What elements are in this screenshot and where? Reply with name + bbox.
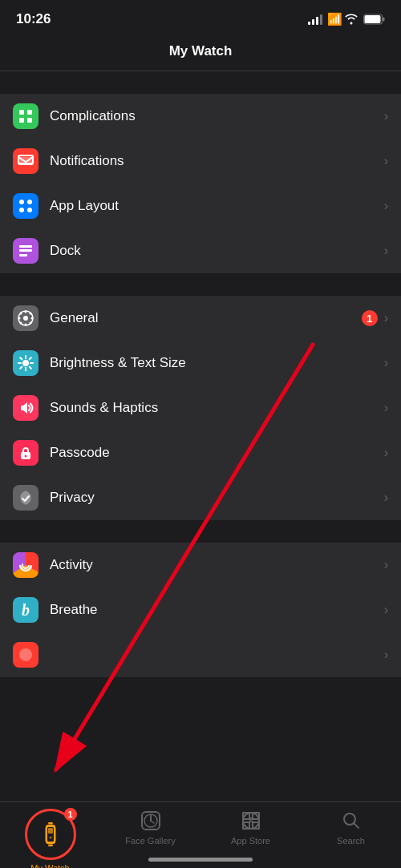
tab-app-store[interactable]: A App Store bbox=[200, 809, 301, 846]
face-gallery-icon bbox=[139, 809, 163, 833]
chevron-icon: › bbox=[384, 356, 388, 370]
svg-rect-1 bbox=[365, 15, 381, 23]
tab-face-gallery[interactable]: Face Gallery bbox=[100, 809, 200, 846]
svg-rect-4 bbox=[27, 110, 32, 115]
list-item[interactable]: App Layout › bbox=[0, 184, 401, 228]
svg-rect-6 bbox=[27, 118, 32, 123]
list-item[interactable]: Privacy › bbox=[0, 475, 401, 520]
list-item[interactable]: › bbox=[0, 632, 401, 677]
svg-line-59 bbox=[354, 824, 358, 829]
chevron-icon: › bbox=[384, 401, 388, 415]
sounds-icon bbox=[13, 395, 38, 421]
svg-point-19 bbox=[25, 311, 27, 313]
section-1: Complications › Notifications › bbox=[0, 94, 401, 273]
svg-point-25 bbox=[30, 313, 32, 315]
svg-rect-3 bbox=[19, 110, 24, 115]
notifications-icon bbox=[13, 148, 38, 174]
section-2: General 1 › Brightness & Text Size bbox=[0, 296, 401, 520]
scroll-content: Complications › Notifications › bbox=[0, 71, 401, 805]
general-label: General bbox=[50, 310, 362, 326]
general-icon bbox=[13, 305, 38, 331]
brightness-label: Brightness & Text Size bbox=[50, 355, 384, 371]
extra-icon bbox=[13, 642, 38, 668]
svg-line-34 bbox=[30, 357, 31, 359]
chevron-icon: › bbox=[384, 199, 388, 213]
signal-icon bbox=[308, 14, 322, 25]
tab-search-label: Search bbox=[337, 836, 365, 846]
list-item[interactable]: b Breathe › bbox=[0, 587, 401, 632]
app-layout-label: App Layout bbox=[50, 198, 384, 214]
list-item[interactable]: Complications › bbox=[0, 94, 401, 139]
chevron-icon: › bbox=[384, 154, 388, 168]
activity-label: Activity bbox=[50, 557, 384, 573]
status-icons: 📶 bbox=[308, 12, 385, 26]
general-badge: 1 bbox=[362, 310, 378, 326]
svg-point-12 bbox=[19, 208, 24, 212]
tab-my-watch[interactable]: 1 My Watch bbox=[0, 809, 100, 868]
home-indicator bbox=[148, 858, 253, 862]
chevron-icon: › bbox=[384, 558, 388, 572]
svg-rect-16 bbox=[19, 254, 27, 256]
svg-line-33 bbox=[30, 367, 31, 369]
wifi-icon: 📶 bbox=[327, 12, 342, 26]
privacy-icon bbox=[13, 485, 38, 511]
svg-point-23 bbox=[20, 313, 22, 315]
search-icon bbox=[339, 809, 363, 833]
chevron-icon: › bbox=[384, 603, 388, 617]
svg-line-35 bbox=[20, 367, 22, 369]
status-time: 10:26 bbox=[16, 11, 51, 27]
svg-point-22 bbox=[31, 317, 34, 320]
breathe-icon: b bbox=[13, 597, 38, 623]
activity-icon bbox=[13, 552, 38, 578]
tab-my-watch-label: My Watch bbox=[30, 863, 70, 868]
svg-point-21 bbox=[18, 317, 21, 320]
dock-icon bbox=[13, 238, 38, 264]
svg-marker-36 bbox=[21, 402, 27, 414]
svg-point-50 bbox=[49, 837, 51, 839]
svg-point-13 bbox=[27, 208, 32, 212]
notifications-label: Notifications bbox=[50, 153, 384, 169]
list-item[interactable]: Activity › bbox=[0, 543, 401, 587]
list-item[interactable]: Sounds & Haptics › bbox=[0, 386, 401, 430]
chevron-icon: › bbox=[384, 244, 388, 258]
wifi-icon bbox=[344, 14, 358, 25]
svg-point-38 bbox=[25, 455, 27, 458]
list-item[interactable]: Dock › bbox=[0, 228, 401, 273]
brightness-icon bbox=[13, 350, 38, 376]
battery-icon bbox=[363, 14, 385, 25]
app-store-icon: A bbox=[239, 809, 263, 833]
breathe-label: Breathe bbox=[50, 602, 384, 618]
tab-badge: 1 bbox=[64, 808, 77, 821]
svg-text:A: A bbox=[248, 817, 253, 826]
svg-point-40 bbox=[22, 562, 29, 568]
status-bar: 10:26 📶 bbox=[0, 0, 401, 35]
complications-icon bbox=[13, 103, 38, 129]
chevron-icon: › bbox=[384, 109, 388, 123]
section-gap-top bbox=[0, 71, 401, 94]
svg-point-18 bbox=[23, 316, 28, 321]
app-layout-icon bbox=[13, 193, 38, 219]
section-gap-2 bbox=[0, 273, 401, 296]
dock-label: Dock bbox=[50, 243, 384, 259]
svg-point-20 bbox=[25, 324, 27, 326]
svg-line-32 bbox=[20, 357, 22, 359]
tab-search[interactable]: Search bbox=[301, 809, 401, 846]
section-3: Activity › b Breathe › › bbox=[0, 543, 401, 677]
chevron-icon: › bbox=[384, 311, 388, 325]
svg-rect-15 bbox=[19, 249, 32, 252]
svg-point-10 bbox=[19, 200, 24, 204]
list-item[interactable]: Passcode › bbox=[0, 430, 401, 475]
passcode-icon bbox=[13, 440, 38, 466]
tab-app-store-label: App Store bbox=[231, 836, 270, 846]
svg-point-24 bbox=[30, 322, 32, 325]
list-item[interactable]: Notifications › bbox=[0, 139, 401, 184]
privacy-label: Privacy bbox=[50, 490, 384, 506]
svg-point-26 bbox=[20, 322, 22, 325]
list-item[interactable]: Brightness & Text Size › bbox=[0, 341, 401, 386]
watch-icon bbox=[38, 822, 63, 847]
list-item[interactable]: General 1 › bbox=[0, 296, 401, 341]
svg-point-27 bbox=[22, 360, 29, 366]
passcode-label: Passcode bbox=[50, 445, 384, 461]
svg-point-41 bbox=[19, 648, 32, 661]
svg-point-55 bbox=[150, 820, 152, 822]
